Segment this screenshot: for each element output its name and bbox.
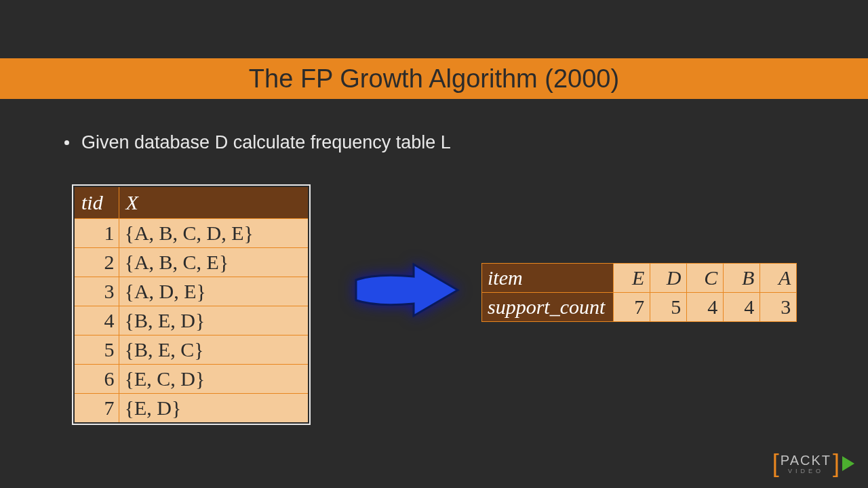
bullet-text: Given database D calculate frequency tab…: [81, 132, 451, 153]
col-header-tid: tid: [74, 186, 119, 219]
freq-count-cell: 5: [650, 293, 687, 322]
cell-x: {E, D}: [119, 394, 309, 424]
logo-brand: PACKT: [781, 453, 831, 467]
cell-x: {B, E, D}: [119, 306, 309, 336]
table-row: 6{E, C, D}: [74, 365, 309, 394]
freq-count-cell: 7: [614, 293, 650, 322]
cell-tid: 4: [74, 306, 119, 336]
logo-sub: VIDEO: [788, 468, 824, 474]
cell-x: {A, B, C, D, E}: [119, 219, 309, 248]
packt-logo: [ PACKT VIDEO ]: [772, 451, 854, 476]
freq-item-cell: B: [724, 264, 760, 293]
row-header-item: item: [482, 264, 614, 293]
bullet-item: Given database D calculate frequency tab…: [64, 132, 451, 153]
col-header-x: X: [119, 186, 309, 219]
database-table: tid X 1{A, B, C, D, E} 2{A, B, C, E} 3{A…: [73, 186, 309, 424]
frequency-table: item E D C B A support_count 7 5 4 4 3: [481, 263, 797, 322]
slide-title: The FP Growth Algorithm (2000): [249, 64, 619, 94]
table-header-row: tid X: [74, 186, 309, 219]
freq-item-cell: E: [614, 264, 650, 293]
table-row: 4{B, E, D}: [74, 306, 309, 336]
freq-item-cell: A: [760, 264, 797, 293]
cell-x: {A, D, E}: [119, 277, 309, 306]
cell-x: {B, E, C}: [119, 336, 309, 365]
title-bar: The FP Growth Algorithm (2000): [0, 58, 868, 99]
freq-item-cell: C: [687, 264, 724, 293]
freq-row-item: item E D C B A: [482, 264, 797, 293]
bracket-right-icon: ]: [833, 451, 840, 476]
table-row: 1{A, B, C, D, E}: [74, 219, 309, 248]
row-header-support: support_count: [482, 293, 614, 322]
play-icon: [842, 456, 854, 471]
freq-item-cell: D: [650, 264, 687, 293]
table-row: 7{E, D}: [74, 394, 309, 424]
table-row: 5{B, E, C}: [74, 336, 309, 365]
cell-tid: 7: [74, 394, 119, 424]
table-row: 2{A, B, C, E}: [74, 248, 309, 277]
freq-count-cell: 4: [724, 293, 760, 322]
bullet-icon: [64, 140, 69, 145]
cell-x: {E, C, D}: [119, 365, 309, 394]
cell-x: {A, B, C, E}: [119, 248, 309, 277]
cell-tid: 5: [74, 336, 119, 365]
cell-tid: 1: [74, 219, 119, 248]
freq-row-support: support_count 7 5 4 4 3: [482, 293, 797, 322]
freq-count-cell: 4: [687, 293, 724, 322]
freq-count-cell: 3: [760, 293, 797, 322]
cell-tid: 2: [74, 248, 119, 277]
cell-tid: 6: [74, 365, 119, 394]
bracket-left-icon: [: [772, 451, 779, 476]
cell-tid: 3: [74, 277, 119, 306]
arrow-icon: [349, 256, 465, 324]
table-row: 3{A, D, E}: [74, 277, 309, 306]
